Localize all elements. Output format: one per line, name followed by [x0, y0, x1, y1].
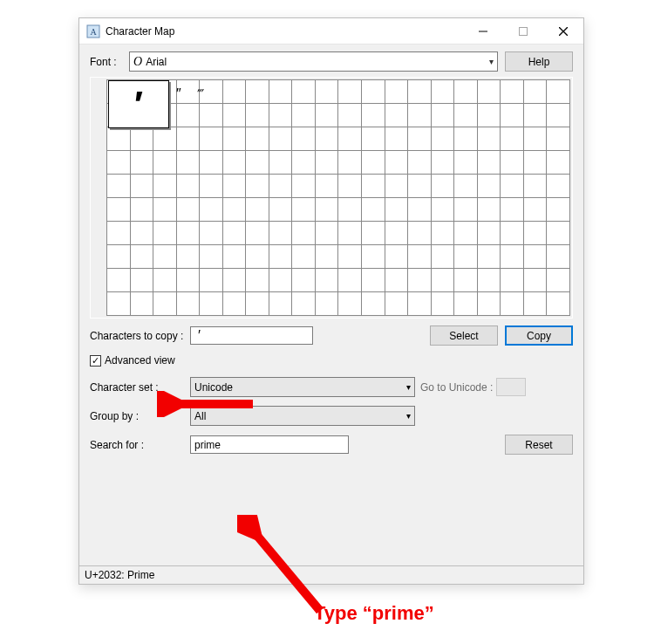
- help-button-label: Help: [528, 56, 550, 68]
- font-preview-icon: O: [133, 55, 142, 69]
- goto-unicode-input: [496, 378, 526, 396]
- copy-button-label: Copy: [527, 330, 551, 342]
- char-triple-prime[interactable]: ‴: [197, 86, 204, 103]
- reset-button[interactable]: Reset: [505, 435, 573, 455]
- minimize-button[interactable]: [463, 18, 503, 44]
- zoomed-character-preview[interactable]: ′: [108, 80, 169, 128]
- lower-panel: Characters to copy : ′ Select Copy ✓ Adv…: [90, 319, 573, 455]
- chars-to-copy-input[interactable]: ′: [190, 326, 313, 345]
- copy-button[interactable]: Copy: [505, 325, 573, 346]
- font-select[interactable]: O Arial ▾: [129, 51, 498, 72]
- adjacent-chars: ″ ‴: [176, 86, 204, 103]
- window-title: Character Map: [106, 25, 174, 38]
- chars-to-copy-label: Characters to copy :: [90, 330, 190, 342]
- advanced-view-label: Advanced view: [105, 354, 175, 367]
- char-double-prime[interactable]: ″: [176, 86, 181, 103]
- font-label: Font :: [90, 56, 129, 68]
- characters-to-copy-row: Characters to copy : ′ Select Copy: [90, 325, 573, 346]
- search-value: prime: [194, 439, 221, 451]
- character-grid-frame: ′ ″ ‴: [90, 77, 573, 319]
- chevron-down-icon: ▾: [406, 411, 411, 421]
- search-row: Search for : prime Reset: [90, 435, 573, 455]
- character-set-value: Unicode: [194, 381, 233, 394]
- chars-to-copy-value: ′: [198, 328, 201, 344]
- goto-unicode-label: Go to Unicode :: [420, 381, 493, 394]
- group-by-row: Group by : All ▾: [90, 406, 573, 426]
- group-by-label: Group by :: [90, 410, 190, 422]
- svg-text:A: A: [90, 27, 97, 37]
- help-button[interactable]: Help: [505, 51, 573, 72]
- search-input[interactable]: prime: [190, 435, 349, 454]
- chevron-down-icon: ▾: [489, 57, 494, 66]
- app-icon: A: [86, 24, 100, 38]
- chevron-down-icon: ▾: [406, 382, 411, 392]
- advanced-view-row: ✓ Advanced view: [90, 354, 573, 367]
- select-button[interactable]: Select: [430, 325, 498, 346]
- close-button[interactable]: [543, 18, 583, 44]
- window-controls: [463, 18, 583, 44]
- character-set-label: Character set :: [90, 381, 190, 394]
- group-by-value: All: [194, 410, 206, 422]
- zoom-char: ′: [134, 84, 143, 126]
- maximize-button[interactable]: [503, 18, 543, 44]
- status-bar: U+2032: Prime: [79, 565, 583, 584]
- advanced-view-checkbox[interactable]: ✓: [90, 355, 101, 367]
- reset-button-label: Reset: [525, 439, 552, 451]
- content-area: Font : O Arial ▾ Help ′ ″ ‴: [79, 45, 583, 467]
- select-button-label: Select: [449, 330, 478, 342]
- title-bar: A Character Map: [79, 18, 583, 45]
- character-grid[interactable]: [106, 79, 570, 316]
- font-name: Arial: [146, 56, 167, 68]
- character-set-row: Character set : Unicode ▾ Go to Unicode …: [90, 377, 573, 397]
- search-label: Search for :: [90, 439, 190, 451]
- font-row: Font : O Arial ▾ Help: [90, 51, 573, 72]
- status-text: U+2032: Prime: [85, 569, 154, 581]
- character-map-window: A Character Map Font : O Arial ▾: [78, 17, 584, 585]
- group-by-select[interactable]: All ▾: [190, 406, 415, 426]
- character-set-select[interactable]: Unicode ▾: [190, 377, 415, 397]
- svg-rect-3: [520, 27, 528, 35]
- annotation-text: Type “prime”: [314, 602, 434, 625]
